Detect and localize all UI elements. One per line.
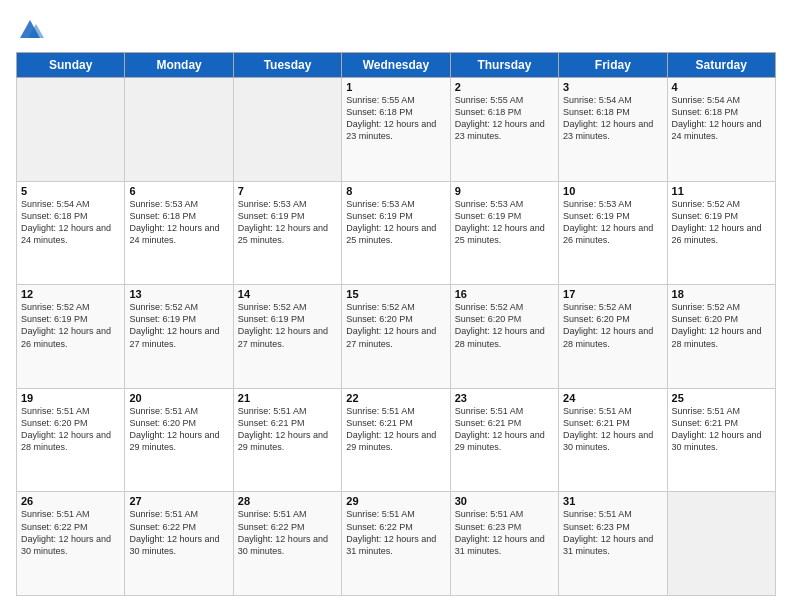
- day-info: Sunrise: 5:51 AMSunset: 6:23 PMDaylight:…: [563, 508, 662, 557]
- day-info: Sunrise: 5:52 AMSunset: 6:20 PMDaylight:…: [563, 301, 662, 350]
- calendar-cell: 14Sunrise: 5:52 AMSunset: 6:19 PMDayligh…: [233, 285, 341, 389]
- calendar-cell: 19Sunrise: 5:51 AMSunset: 6:20 PMDayligh…: [17, 388, 125, 492]
- day-info: Sunrise: 5:55 AMSunset: 6:18 PMDaylight:…: [346, 94, 445, 143]
- calendar-cell: 27Sunrise: 5:51 AMSunset: 6:22 PMDayligh…: [125, 492, 233, 596]
- calendar-cell: 12Sunrise: 5:52 AMSunset: 6:19 PMDayligh…: [17, 285, 125, 389]
- calendar-cell: [125, 78, 233, 182]
- day-info: Sunrise: 5:51 AMSunset: 6:21 PMDaylight:…: [455, 405, 554, 454]
- calendar-cell: 29Sunrise: 5:51 AMSunset: 6:22 PMDayligh…: [342, 492, 450, 596]
- calendar-cell: 5Sunrise: 5:54 AMSunset: 6:18 PMDaylight…: [17, 181, 125, 285]
- weekday-header: Sunday: [17, 53, 125, 78]
- day-number: 16: [455, 288, 554, 300]
- day-number: 11: [672, 185, 771, 197]
- calendar-cell: 13Sunrise: 5:52 AMSunset: 6:19 PMDayligh…: [125, 285, 233, 389]
- calendar-table: SundayMondayTuesdayWednesdayThursdayFrid…: [16, 52, 776, 596]
- day-info: Sunrise: 5:52 AMSunset: 6:20 PMDaylight:…: [346, 301, 445, 350]
- day-info: Sunrise: 5:52 AMSunset: 6:19 PMDaylight:…: [672, 198, 771, 247]
- calendar-cell: 11Sunrise: 5:52 AMSunset: 6:19 PMDayligh…: [667, 181, 775, 285]
- calendar-cell: 23Sunrise: 5:51 AMSunset: 6:21 PMDayligh…: [450, 388, 558, 492]
- day-number: 4: [672, 81, 771, 93]
- day-number: 23: [455, 392, 554, 404]
- weekday-header: Friday: [559, 53, 667, 78]
- day-number: 18: [672, 288, 771, 300]
- day-number: 31: [563, 495, 662, 507]
- day-number: 1: [346, 81, 445, 93]
- calendar-cell: 10Sunrise: 5:53 AMSunset: 6:19 PMDayligh…: [559, 181, 667, 285]
- day-number: 27: [129, 495, 228, 507]
- calendar-cell: 20Sunrise: 5:51 AMSunset: 6:20 PMDayligh…: [125, 388, 233, 492]
- header: [16, 16, 776, 44]
- day-number: 12: [21, 288, 120, 300]
- weekday-header: Saturday: [667, 53, 775, 78]
- calendar-cell: 7Sunrise: 5:53 AMSunset: 6:19 PMDaylight…: [233, 181, 341, 285]
- day-number: 30: [455, 495, 554, 507]
- weekday-header: Thursday: [450, 53, 558, 78]
- day-number: 6: [129, 185, 228, 197]
- calendar-cell: 9Sunrise: 5:53 AMSunset: 6:19 PMDaylight…: [450, 181, 558, 285]
- calendar-cell: [233, 78, 341, 182]
- day-info: Sunrise: 5:51 AMSunset: 6:21 PMDaylight:…: [346, 405, 445, 454]
- day-number: 9: [455, 185, 554, 197]
- day-info: Sunrise: 5:54 AMSunset: 6:18 PMDaylight:…: [563, 94, 662, 143]
- day-number: 13: [129, 288, 228, 300]
- page: SundayMondayTuesdayWednesdayThursdayFrid…: [0, 0, 792, 612]
- logo: [16, 16, 48, 44]
- day-number: 28: [238, 495, 337, 507]
- day-number: 19: [21, 392, 120, 404]
- day-number: 21: [238, 392, 337, 404]
- day-info: Sunrise: 5:51 AMSunset: 6:22 PMDaylight:…: [129, 508, 228, 557]
- day-number: 25: [672, 392, 771, 404]
- calendar-cell: 26Sunrise: 5:51 AMSunset: 6:22 PMDayligh…: [17, 492, 125, 596]
- day-number: 24: [563, 392, 662, 404]
- day-number: 10: [563, 185, 662, 197]
- day-number: 17: [563, 288, 662, 300]
- calendar-cell: 28Sunrise: 5:51 AMSunset: 6:22 PMDayligh…: [233, 492, 341, 596]
- day-number: 15: [346, 288, 445, 300]
- day-info: Sunrise: 5:52 AMSunset: 6:19 PMDaylight:…: [238, 301, 337, 350]
- day-info: Sunrise: 5:51 AMSunset: 6:22 PMDaylight:…: [238, 508, 337, 557]
- day-info: Sunrise: 5:52 AMSunset: 6:19 PMDaylight:…: [129, 301, 228, 350]
- day-info: Sunrise: 5:53 AMSunset: 6:18 PMDaylight:…: [129, 198, 228, 247]
- day-info: Sunrise: 5:53 AMSunset: 6:19 PMDaylight:…: [346, 198, 445, 247]
- day-number: 7: [238, 185, 337, 197]
- calendar-cell: 18Sunrise: 5:52 AMSunset: 6:20 PMDayligh…: [667, 285, 775, 389]
- calendar-cell: 8Sunrise: 5:53 AMSunset: 6:19 PMDaylight…: [342, 181, 450, 285]
- day-info: Sunrise: 5:51 AMSunset: 6:23 PMDaylight:…: [455, 508, 554, 557]
- day-number: 20: [129, 392, 228, 404]
- day-info: Sunrise: 5:51 AMSunset: 6:21 PMDaylight:…: [672, 405, 771, 454]
- weekday-header: Monday: [125, 53, 233, 78]
- day-number: 5: [21, 185, 120, 197]
- day-info: Sunrise: 5:52 AMSunset: 6:20 PMDaylight:…: [455, 301, 554, 350]
- day-info: Sunrise: 5:54 AMSunset: 6:18 PMDaylight:…: [672, 94, 771, 143]
- calendar-cell: 25Sunrise: 5:51 AMSunset: 6:21 PMDayligh…: [667, 388, 775, 492]
- calendar-cell: 3Sunrise: 5:54 AMSunset: 6:18 PMDaylight…: [559, 78, 667, 182]
- day-number: 3: [563, 81, 662, 93]
- calendar-cell: 30Sunrise: 5:51 AMSunset: 6:23 PMDayligh…: [450, 492, 558, 596]
- calendar-cell: 24Sunrise: 5:51 AMSunset: 6:21 PMDayligh…: [559, 388, 667, 492]
- day-info: Sunrise: 5:51 AMSunset: 6:20 PMDaylight:…: [129, 405, 228, 454]
- day-info: Sunrise: 5:52 AMSunset: 6:20 PMDaylight:…: [672, 301, 771, 350]
- day-info: Sunrise: 5:51 AMSunset: 6:21 PMDaylight:…: [238, 405, 337, 454]
- weekday-header: Tuesday: [233, 53, 341, 78]
- day-info: Sunrise: 5:51 AMSunset: 6:21 PMDaylight:…: [563, 405, 662, 454]
- day-info: Sunrise: 5:53 AMSunset: 6:19 PMDaylight:…: [563, 198, 662, 247]
- calendar-cell: 31Sunrise: 5:51 AMSunset: 6:23 PMDayligh…: [559, 492, 667, 596]
- calendar-cell: [667, 492, 775, 596]
- day-info: Sunrise: 5:53 AMSunset: 6:19 PMDaylight:…: [455, 198, 554, 247]
- day-info: Sunrise: 5:54 AMSunset: 6:18 PMDaylight:…: [21, 198, 120, 247]
- calendar-cell: 16Sunrise: 5:52 AMSunset: 6:20 PMDayligh…: [450, 285, 558, 389]
- calendar-cell: [17, 78, 125, 182]
- calendar-cell: 4Sunrise: 5:54 AMSunset: 6:18 PMDaylight…: [667, 78, 775, 182]
- calendar-cell: 6Sunrise: 5:53 AMSunset: 6:18 PMDaylight…: [125, 181, 233, 285]
- calendar-cell: 1Sunrise: 5:55 AMSunset: 6:18 PMDaylight…: [342, 78, 450, 182]
- calendar-cell: 21Sunrise: 5:51 AMSunset: 6:21 PMDayligh…: [233, 388, 341, 492]
- calendar-cell: 15Sunrise: 5:52 AMSunset: 6:20 PMDayligh…: [342, 285, 450, 389]
- day-number: 14: [238, 288, 337, 300]
- weekday-header: Wednesday: [342, 53, 450, 78]
- day-info: Sunrise: 5:55 AMSunset: 6:18 PMDaylight:…: [455, 94, 554, 143]
- day-info: Sunrise: 5:52 AMSunset: 6:19 PMDaylight:…: [21, 301, 120, 350]
- logo-icon: [16, 16, 44, 44]
- calendar-cell: 22Sunrise: 5:51 AMSunset: 6:21 PMDayligh…: [342, 388, 450, 492]
- day-info: Sunrise: 5:51 AMSunset: 6:22 PMDaylight:…: [346, 508, 445, 557]
- day-info: Sunrise: 5:53 AMSunset: 6:19 PMDaylight:…: [238, 198, 337, 247]
